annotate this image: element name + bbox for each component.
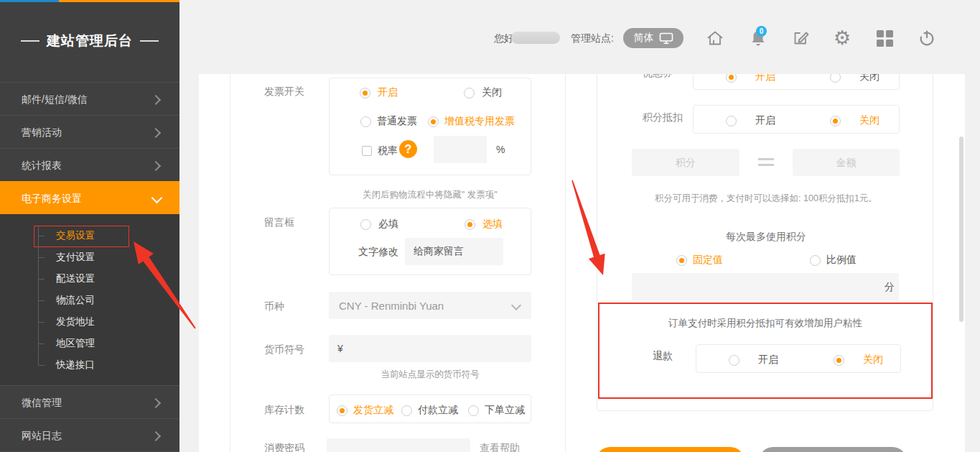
coupon-box: 开启 关闭 [693, 74, 900, 90]
sidebar-item-site-logs[interactable]: 网站日志 [0, 418, 179, 451]
tree-tick [38, 365, 45, 366]
radio-invoice-off[interactable] [464, 88, 475, 98]
points-hint: 积分可用于消费，支付时可以选择如: 100积分抵扣1元。 [601, 193, 931, 205]
stock-pay-option[interactable]: 付款立减 [401, 404, 458, 417]
invoice-normal-option[interactable]: 普通发票 [360, 115, 417, 128]
invoice-hint: 关闭后购物流程中将隐藏" 发票项" [329, 189, 531, 201]
invoice-off-option[interactable]: 关闭 [464, 86, 502, 99]
notification-badge: 0 [756, 26, 767, 37]
radio-invoice-on[interactable] [360, 88, 370, 98]
message-optional-option[interactable]: 选填 [465, 218, 503, 231]
submenu-item-logistics-company[interactable]: 物流公司 [56, 293, 95, 308]
admin-screen: 建站管理后台 邮件/短信/微信 营销活动 统计报表 电子商务设置 [0, 0, 980, 452]
radio-coupon-on[interactable] [726, 74, 737, 83]
submenu-item-payment-settings[interactable]: 支付设置 [56, 250, 95, 264]
submenu-item-express-interface[interactable]: 快递接口 [56, 358, 95, 372]
message-box: 必填 选填 文字修改 [329, 208, 531, 275]
coupon-on-option[interactable]: 开启 [726, 74, 775, 83]
points-deduct-label: 积分抵扣 [643, 111, 683, 124]
currency-select[interactable]: CNY - Renminbi Yuan [329, 292, 531, 319]
radio-stock-order[interactable] [468, 405, 479, 416]
invoice-switch-label: 发票开关 [264, 86, 304, 98]
language-site-pill[interactable]: 简体 [623, 28, 683, 48]
tax-rate-label: 税率 [378, 144, 398, 157]
ratio-value-option[interactable]: 比例值 [810, 254, 857, 267]
radio-stock-ship[interactable] [337, 405, 347, 416]
radio-fixed-value[interactable] [676, 255, 687, 266]
user-name-redacted [511, 32, 560, 44]
stock-order-label: 下单立减 [485, 404, 525, 417]
invoice-switch-box: 开启 关闭 普通发票 增值税专用发票 税率 ? % [329, 78, 531, 175]
message-required-option[interactable]: 必填 [360, 218, 398, 231]
gear-icon[interactable]: ⚙ [832, 28, 852, 48]
title-dash-left [21, 40, 39, 42]
sidebar: 建站管理后台 邮件/短信/微信 营销活动 统计报表 电子商务设置 [0, 0, 179, 452]
radio-coupon-off[interactable] [830, 74, 841, 83]
radio-message-optional[interactable] [465, 219, 475, 230]
ecommerce-submenu: 交易设置 支付设置 配送设置 物流公司 发货地址 地区管理 快递接口 [0, 214, 179, 385]
sidebar-item-statistics[interactable]: 统计报表 [0, 148, 179, 181]
sidebar-item-mail-sms-wechat[interactable]: 邮件/短信/微信 [0, 82, 179, 115]
coupon-label: 优惠券 [643, 74, 673, 80]
save-button[interactable] [596, 447, 745, 452]
submenu-item-delivery-settings[interactable]: 配送设置 [56, 272, 95, 286]
tax-rate-option[interactable]: 税率 [362, 144, 398, 157]
stock-ship-option[interactable]: 发货立减 [337, 404, 393, 417]
radio-refund-on[interactable] [729, 355, 739, 366]
progress-strip-orange [59, 0, 179, 2]
radio-ratio-value[interactable] [810, 255, 821, 266]
radio-message-required[interactable] [360, 219, 371, 230]
amount-input[interactable] [793, 149, 900, 176]
stock-order-option[interactable]: 下单立减 [468, 404, 525, 417]
sidebar-item-label: 营销活动 [22, 126, 62, 138]
radio-refund-off[interactable] [834, 355, 844, 366]
percent-sign: % [496, 144, 505, 155]
submenu-item-shipping-address[interactable]: 发货地址 [56, 315, 95, 329]
content-area: 发票开关 开启 关闭 普通发票 增值税专用发票 税率 ? [199, 74, 965, 452]
refund-note: 订单支付时采用积分抵扣可有效增加用户粘性 [599, 317, 931, 330]
radio-invoice-normal[interactable] [360, 116, 371, 127]
points-input[interactable] [632, 149, 739, 176]
message-text-input[interactable] [405, 238, 503, 265]
grid-icon[interactable] [874, 28, 895, 48]
title-dash-right [140, 40, 159, 42]
chevron-right-icon [151, 95, 161, 105]
refund-off-option[interactable]: 关闭 [834, 354, 883, 366]
radio-points-on[interactable] [726, 116, 737, 126]
max-points-title: 每次最多使用积分 [601, 231, 931, 244]
message-box-label: 留言框 [264, 216, 294, 229]
view-help-link[interactable]: 查看帮助 [480, 442, 520, 452]
sidebar-item-marketing[interactable]: 营销活动 [0, 115, 179, 148]
invoice-vat-option[interactable]: 增值税专用发票 [428, 115, 515, 128]
pay-password-input[interactable] [327, 438, 470, 452]
points-off-option[interactable]: 关闭 [830, 114, 879, 127]
coupon-on-label: 开启 [755, 74, 775, 83]
sidebar-item-label: 电子商务设置 [22, 193, 82, 204]
home-icon[interactable] [705, 28, 725, 48]
chevron-down-icon [151, 193, 163, 204]
refund-on-option[interactable]: 开启 [729, 354, 778, 366]
power-icon[interactable] [917, 28, 937, 48]
radio-invoice-vat[interactable] [428, 116, 439, 127]
invoice-on-option[interactable]: 开启 [360, 86, 398, 99]
fixed-value-option[interactable]: 固定值 [676, 254, 723, 267]
submenu-item-region-management[interactable]: 地区管理 [56, 336, 95, 351]
sidebar-item-ecommerce-settings[interactable]: 电子商务设置 [0, 181, 179, 214]
edit-icon[interactable] [790, 28, 811, 48]
tax-rate-input[interactable] [434, 136, 487, 163]
sidebar-item-wechat-management[interactable]: 微信管理 [0, 385, 179, 418]
coupon-off-option[interactable]: 关闭 [830, 74, 879, 83]
cancel-button[interactable] [759, 447, 907, 452]
question-icon[interactable]: ? [399, 140, 417, 158]
radio-points-off[interactable] [830, 116, 841, 126]
scrollbar-thumb[interactable] [959, 137, 963, 322]
points-on-option[interactable]: 开启 [726, 114, 775, 127]
chevron-right-icon [151, 161, 161, 171]
max-points-input[interactable] [632, 273, 899, 300]
currency-symbol-input[interactable] [329, 335, 531, 362]
points-off-label: 关闭 [859, 114, 879, 127]
chevron-right-icon [151, 398, 161, 408]
currency-symbol-hint: 当前站点显示的货币符号 [329, 369, 531, 381]
radio-stock-pay[interactable] [401, 405, 412, 416]
tax-rate-checkbox[interactable] [362, 146, 372, 156]
